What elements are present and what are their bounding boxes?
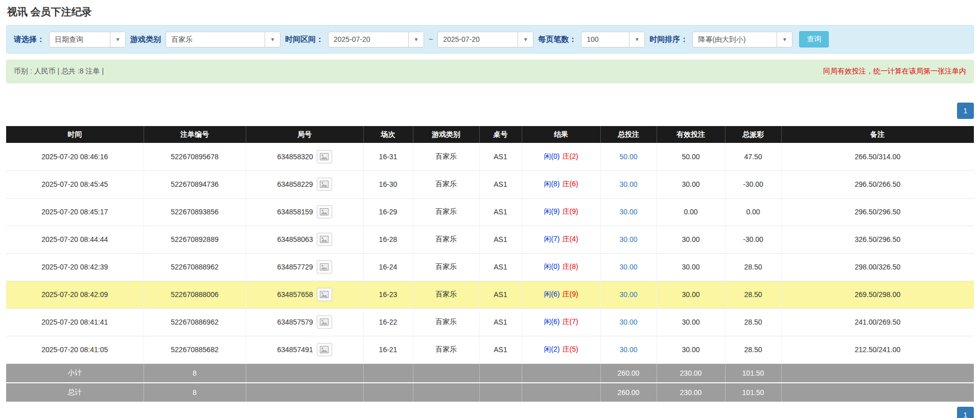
cell-remark: 269.50/298.00 bbox=[781, 281, 974, 308]
cell-game-type: 百家乐 bbox=[413, 308, 479, 336]
filter-bar: 请选择： 日期查询 ▾ 游戏类别 百家乐 ▾ 时间区间： 2025-07-20 … bbox=[6, 25, 974, 54]
summary-empty-cell bbox=[246, 383, 363, 402]
cell-result: 闲(6)庄(7) bbox=[522, 308, 600, 336]
cell-result: 闲(0)庄(2) bbox=[522, 143, 600, 170]
summary-total-bet: 260.00 bbox=[600, 363, 657, 383]
date-to-dropdown[interactable]: 2025-07-20 ▾ bbox=[437, 32, 533, 47]
select-type-dropdown[interactable]: 日期查询 ▾ bbox=[49, 32, 126, 47]
select-type-value[interactable]: 日期查询 bbox=[50, 32, 110, 47]
cell-table-no: AS1 bbox=[479, 281, 522, 308]
column-header: 场次 bbox=[363, 126, 413, 143]
column-header: 备注 bbox=[781, 126, 974, 143]
total-bet-link[interactable]: 30.00 bbox=[619, 346, 637, 354]
round-detail-button[interactable] bbox=[317, 178, 332, 191]
cell-payout: 28.50 bbox=[725, 336, 781, 363]
chevron-down-icon[interactable]: ▾ bbox=[110, 32, 125, 47]
result-banker: 庄(8) bbox=[563, 262, 578, 271]
round-detail-button[interactable] bbox=[317, 343, 332, 356]
summary-row: 总计 8 260.00 230.00 101.50 bbox=[6, 383, 974, 402]
cell-remark: 241.00/269.50 bbox=[781, 308, 974, 336]
cell-time: 2025-07-20 08:42:39 bbox=[6, 253, 144, 281]
cell-bet-id: 522670888962 bbox=[144, 253, 246, 281]
cell-result: 闲(6)庄(9) bbox=[522, 281, 600, 308]
page-1-button-bottom[interactable]: 1 bbox=[957, 407, 974, 418]
cell-game-type: 百家乐 bbox=[413, 226, 479, 253]
round-detail-button[interactable] bbox=[317, 205, 332, 218]
cell-result: 闲(9)庄(9) bbox=[522, 198, 600, 226]
result-player: 闲(6) bbox=[544, 317, 559, 326]
summary-empty-cell bbox=[363, 383, 413, 402]
date-from-value[interactable]: 2025-07-20 bbox=[329, 32, 408, 47]
cell-time: 2025-07-20 08:41:41 bbox=[6, 308, 144, 336]
game-type-value[interactable]: 百家乐 bbox=[166, 32, 265, 47]
total-bet-link[interactable]: 30.00 bbox=[619, 263, 637, 271]
cell-session: 16-31 bbox=[363, 143, 413, 170]
round-detail-button[interactable] bbox=[317, 315, 332, 329]
result-player: 闲(9) bbox=[544, 207, 559, 215]
chevron-down-icon[interactable]: ▾ bbox=[265, 32, 280, 47]
game-type-dropdown[interactable]: 百家乐 ▾ bbox=[166, 32, 281, 47]
page-size-label: 每页笔数： bbox=[538, 35, 576, 44]
cell-total-bet: 30.00 bbox=[600, 170, 657, 198]
result-banker: 庄(9) bbox=[563, 290, 578, 298]
cell-valid-bet: 30.00 bbox=[657, 253, 725, 281]
cell-payout: -30.00 bbox=[725, 226, 781, 253]
date-to-value[interactable]: 2025-07-20 bbox=[438, 32, 518, 47]
chevron-down-icon[interactable]: ▾ bbox=[408, 32, 424, 47]
summary-empty-cell bbox=[363, 363, 413, 383]
total-bet-link[interactable]: 30.00 bbox=[619, 180, 637, 188]
cell-valid-bet: 50.00 bbox=[657, 143, 725, 170]
cell-game-type: 百家乐 bbox=[413, 336, 479, 363]
summary-payout: 101.50 bbox=[725, 383, 781, 402]
total-bet-link[interactable]: 30.00 bbox=[619, 208, 637, 216]
table-row: 2025-07-20 08:46:16 522670895678 6348583… bbox=[6, 143, 974, 170]
cell-session: 16-23 bbox=[363, 281, 413, 308]
column-header: 局号 bbox=[246, 126, 363, 143]
cell-bet-id: 522670888006 bbox=[144, 281, 246, 308]
cell-result: 闲(0)庄(8) bbox=[522, 253, 600, 281]
cell-bet-id: 522670886962 bbox=[144, 308, 246, 336]
cell-round: 634858320 bbox=[246, 143, 363, 170]
result-player: 闲(6) bbox=[544, 290, 559, 298]
total-bet-link[interactable]: 50.00 bbox=[619, 153, 637, 161]
chevron-down-icon[interactable]: ▾ bbox=[518, 32, 533, 47]
chevron-down-icon[interactable]: ▾ bbox=[629, 32, 644, 47]
round-detail-button[interactable] bbox=[317, 260, 332, 274]
page-size-value[interactable]: 100 bbox=[581, 32, 629, 47]
round-detail-button[interactable] bbox=[317, 233, 332, 246]
total-bet-link[interactable]: 30.00 bbox=[619, 290, 637, 299]
records-head-row: 时间注单编号局号场次游戏类别桌号结果总投注有效投注总派彩备注 bbox=[6, 126, 974, 143]
search-button[interactable]: 查询 bbox=[799, 31, 829, 47]
summary-payout: 101.50 bbox=[725, 363, 781, 383]
picture-icon bbox=[320, 153, 329, 160]
total-bet-link[interactable]: 30.00 bbox=[619, 318, 637, 326]
table-row: 2025-07-20 08:41:05 522670885682 6348574… bbox=[6, 336, 974, 363]
column-header: 注单编号 bbox=[144, 126, 246, 143]
sort-dropdown[interactable]: 降幂(由大到小) ▾ bbox=[692, 32, 792, 47]
total-bet-link[interactable]: 30.00 bbox=[619, 235, 637, 243]
column-header: 有效投注 bbox=[657, 126, 725, 143]
cell-bet-id: 522670895678 bbox=[144, 143, 246, 170]
round-id: 634857729 bbox=[277, 263, 313, 271]
round-detail-button[interactable] bbox=[317, 150, 332, 163]
select-type-label: 请选择： bbox=[14, 35, 44, 44]
result-player: 闲(0) bbox=[544, 152, 559, 160]
summary-count: 8 bbox=[144, 363, 246, 383]
summary-empty-cell bbox=[522, 363, 600, 383]
table-row: 2025-07-20 08:42:39 522670888962 6348577… bbox=[6, 253, 974, 281]
sort-value[interactable]: 降幂(由大到小) bbox=[693, 32, 777, 47]
cell-payout: 28.50 bbox=[725, 253, 781, 281]
page-size-dropdown[interactable]: 100 ▾ bbox=[581, 32, 645, 47]
cell-table-no: AS1 bbox=[479, 253, 522, 281]
date-from-dropdown[interactable]: 2025-07-20 ▾ bbox=[328, 32, 424, 47]
round-detail-button[interactable] bbox=[317, 288, 332, 301]
result-banker: 庄(5) bbox=[563, 345, 578, 353]
pagination-bottom: 1 bbox=[6, 407, 974, 418]
page-1-button[interactable]: 1 bbox=[957, 103, 974, 119]
cell-valid-bet: 30.00 bbox=[657, 226, 725, 253]
result-player: 闲(2) bbox=[544, 345, 559, 353]
cell-total-bet: 50.00 bbox=[600, 143, 657, 170]
chevron-down-icon[interactable]: ▾ bbox=[777, 32, 792, 47]
summary-valid-bet: 230.00 bbox=[657, 363, 725, 383]
cell-table-no: AS1 bbox=[479, 308, 522, 336]
